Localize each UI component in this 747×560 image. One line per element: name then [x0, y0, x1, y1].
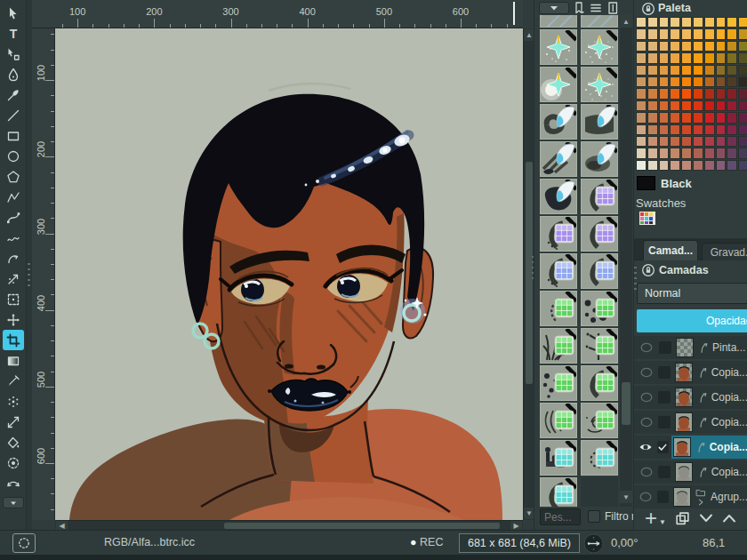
palette-swatch[interactable] [647, 112, 658, 123]
eye-closed-icon[interactable] [638, 465, 655, 479]
palette-swatch[interactable] [681, 65, 692, 76]
rotation-compass-icon[interactable] [583, 533, 604, 554]
tool-edit-shapes[interactable] [3, 44, 24, 64]
palette-swatch[interactable] [716, 100, 727, 111]
brush-preset[interactable] [540, 365, 577, 401]
palette-swatch[interactable] [636, 17, 647, 28]
palette-swatch[interactable] [681, 136, 692, 147]
scroll-down-icon[interactable]: ▼ [620, 491, 632, 503]
eye-closed-icon[interactable] [638, 340, 655, 355]
opacity-slider[interactable]: Opacidade [637, 309, 747, 332]
layer-row[interactable]: Copia... [634, 386, 747, 409]
tool-bezier-curve[interactable] [3, 207, 24, 228]
palette-swatch[interactable] [738, 76, 747, 87]
palette-swatch[interactable] [716, 52, 727, 63]
palette-swatch[interactable] [738, 28, 747, 39]
brush-preset[interactable] [581, 15, 618, 28]
palette-swatch[interactable] [659, 136, 670, 147]
brush-preset[interactable] [540, 328, 577, 364]
palette-swatch[interactable] [659, 28, 670, 39]
palette-swatch[interactable] [647, 41, 658, 52]
palette-swatch[interactable] [693, 76, 703, 87]
brush-preset[interactable] [540, 104, 577, 140]
duplicate-layer-button[interactable] [675, 511, 690, 526]
palette-swatch[interactable] [659, 17, 670, 28]
palette-swatch[interactable] [647, 76, 658, 87]
palette-swatch[interactable] [681, 76, 692, 87]
palette-swatch[interactable] [647, 148, 658, 158]
palette-swatch[interactable] [636, 88, 647, 99]
brush-preset[interactable] [581, 477, 618, 507]
palette-swatch[interactable] [727, 17, 737, 28]
inherit-alpha-icon[interactable] [695, 391, 709, 404]
palette-swatch[interactable] [647, 160, 658, 171]
tool-select-shapes[interactable] [3, 3, 24, 23]
palette-swatch[interactable] [727, 52, 737, 63]
palette-swatch[interactable] [727, 76, 737, 87]
detail-view-icon[interactable] [606, 1, 620, 15]
tool-smart-patch[interactable] [3, 391, 24, 412]
layer-thumbnail[interactable] [675, 363, 693, 382]
tool-polyline[interactable] [3, 187, 24, 207]
palette-swatch[interactable] [716, 41, 727, 52]
palette-swatch[interactable] [659, 148, 670, 158]
brush-preset[interactable] [540, 29, 577, 65]
palette-swatch[interactable] [693, 52, 703, 63]
palette-swatch[interactable] [636, 28, 647, 39]
eye-closed-icon[interactable] [638, 390, 655, 404]
scroll-right-icon[interactable]: ▶ [510, 521, 522, 530]
palette-swatch[interactable] [693, 41, 703, 52]
brush-preset[interactable] [581, 403, 618, 438]
palette-swatch[interactable] [738, 124, 747, 135]
palette-swatch[interactable] [670, 76, 680, 87]
palette-swatch[interactable] [738, 148, 747, 158]
eye-closed-icon[interactable] [638, 365, 655, 380]
brush-preset[interactable] [581, 291, 618, 326]
brush-preset[interactable] [581, 328, 618, 364]
palette-swatch[interactable] [659, 100, 670, 111]
move-layer-up-button[interactable] [722, 511, 736, 525]
tool-move[interactable] [3, 309, 24, 330]
inherit-alpha-icon[interactable] [695, 416, 709, 429]
menu-icon[interactable] [589, 1, 603, 15]
palette-swatch[interactable] [738, 52, 747, 63]
layer-row[interactable]: Copia... [634, 361, 747, 384]
palette-swatch[interactable] [727, 124, 737, 135]
layer-thumbnail[interactable] [673, 487, 691, 507]
hscroll-thumb[interactable] [224, 523, 500, 529]
canvas-size[interactable]: 681 x 681 (84,6 MiB) [459, 533, 580, 553]
palette-swatch[interactable] [716, 136, 727, 147]
palette-swatch[interactable] [716, 148, 727, 158]
tool-multibrush[interactable] [3, 268, 24, 289]
palette-swatch[interactable] [704, 112, 715, 123]
palette-swatch[interactable] [647, 100, 658, 111]
tool-transform[interactable] [3, 289, 24, 309]
brush-preset[interactable] [540, 440, 577, 476]
tool-text[interactable]: T [3, 23, 24, 44]
palette-swatch[interactable] [693, 124, 703, 135]
palette-swatch[interactable] [693, 112, 703, 123]
palette-swatch[interactable] [693, 28, 703, 39]
more-tools-button[interactable] [3, 497, 24, 508]
tool-dynamic-brush[interactable] [3, 248, 24, 268]
layer-thumbnail[interactable] [676, 338, 694, 357]
palette-swatch[interactable] [636, 136, 647, 147]
palette-swatch[interactable] [716, 17, 727, 28]
brush-preset[interactable] [540, 179, 577, 214]
palette-swatch[interactable] [681, 148, 692, 158]
palette-swatch[interactable] [636, 112, 647, 123]
palette-swatch[interactable] [659, 65, 670, 76]
palette-swatch[interactable] [636, 160, 647, 171]
brush-preset[interactable] [581, 67, 618, 102]
palette-swatch[interactable] [670, 148, 680, 158]
palette-swatch[interactable] [670, 100, 680, 111]
palette-swatch[interactable] [704, 148, 715, 158]
tab-camadas[interactable]: Camad... [643, 240, 698, 260]
tool-color-sampler[interactable] [3, 371, 24, 391]
selection-indicator[interactable] [12, 533, 36, 553]
palette-swatch[interactable] [693, 65, 703, 76]
layer-checkbox[interactable] [658, 391, 670, 404]
brush-preset[interactable] [581, 141, 618, 177]
palette-swatch[interactable] [693, 88, 703, 99]
layer-checkbox[interactable] [657, 441, 669, 453]
